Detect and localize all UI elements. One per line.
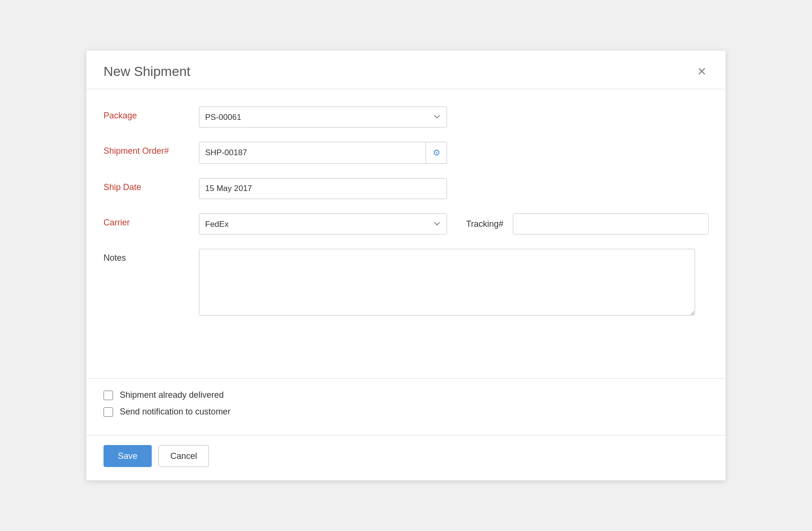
carrier-label: Carrier [104, 213, 199, 228]
shipment-order-control: ⚙ [199, 142, 447, 164]
package-select[interactable]: PS-00061 PS-00062 PS-00063 [199, 106, 447, 127]
dialog-body: Package PS-00061 PS-00062 PS-00063 Shipm… [86, 89, 726, 373]
tracking-input[interactable] [513, 213, 708, 234]
notification-checkbox-row: Send notification to customer [104, 407, 708, 417]
delivered-checkbox-label[interactable]: Shipment already delivered [120, 390, 224, 400]
gear-button[interactable]: ⚙ [426, 142, 447, 163]
ship-date-label: Ship Date [104, 178, 199, 193]
checkboxes-section: Shipment already delivered Send notifica… [86, 390, 726, 424]
notes-control [199, 249, 708, 318]
shipment-order-label: Shipment Order# [104, 142, 199, 157]
separator-1 [86, 378, 726, 379]
notes-textarea[interactable] [199, 249, 695, 316]
notes-label: Notes [104, 249, 199, 264]
shipment-order-input[interactable] [199, 142, 426, 163]
save-button[interactable]: Save [104, 445, 152, 467]
carrier-row: Carrier FedEx UPS DHL USPS Tracking# [104, 213, 708, 234]
gear-icon: ⚙ [433, 148, 440, 158]
shipment-order-row: Shipment Order# ⚙ [104, 142, 708, 164]
tracking-label: Tracking# [466, 219, 503, 229]
carrier-select-wrap: FedEx UPS DHL USPS [199, 213, 447, 234]
ship-date-input[interactable] [199, 178, 447, 199]
notes-row: Notes [104, 249, 708, 318]
notification-checkbox-label[interactable]: Send notification to customer [120, 407, 230, 417]
package-label: Package [104, 106, 199, 121]
carrier-tracking-wrapper: FedEx UPS DHL USPS Tracking# [199, 213, 708, 234]
carrier-select[interactable]: FedEx UPS DHL USPS [199, 213, 447, 234]
notification-checkbox[interactable] [104, 407, 113, 417]
delivered-checkbox[interactable] [104, 391, 113, 400]
ship-date-control [199, 178, 447, 199]
dialog-title: New Shipment [104, 64, 190, 79]
delivered-checkbox-row: Shipment already delivered [104, 390, 708, 400]
new-shipment-dialog: New Shipment ✕ Package PS-00061 PS-00062… [86, 51, 726, 480]
cancel-button[interactable]: Cancel [158, 445, 209, 467]
ship-date-row: Ship Date [104, 178, 708, 199]
shipment-order-input-wrapper: ⚙ [199, 142, 447, 164]
dialog-footer: Save Cancel [86, 435, 726, 480]
dialog-header: New Shipment ✕ [86, 51, 726, 89]
close-button[interactable]: ✕ [695, 64, 708, 79]
package-control: PS-00061 PS-00062 PS-00063 [199, 106, 447, 127]
package-row: Package PS-00061 PS-00062 PS-00063 [104, 106, 708, 127]
